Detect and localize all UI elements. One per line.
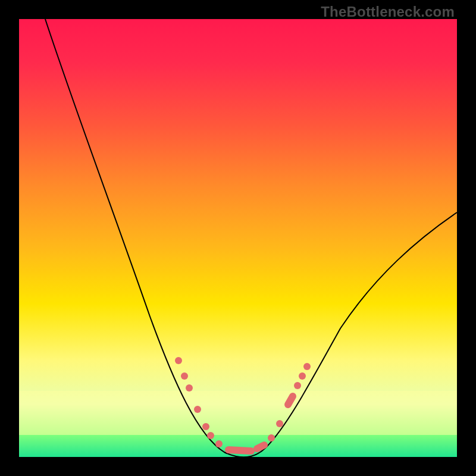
svg-line-7	[228, 450, 251, 451]
plot-area	[19, 19, 457, 457]
watermark-text: TheBottleneck.com	[321, 4, 455, 20]
chart-svg	[19, 19, 457, 457]
bottleneck-curve	[45, 19, 457, 457]
marker-group	[178, 361, 307, 451]
svg-line-8	[257, 445, 264, 449]
chart-frame: TheBottleneck.com	[0, 0, 476, 476]
svg-line-11	[288, 396, 293, 405]
